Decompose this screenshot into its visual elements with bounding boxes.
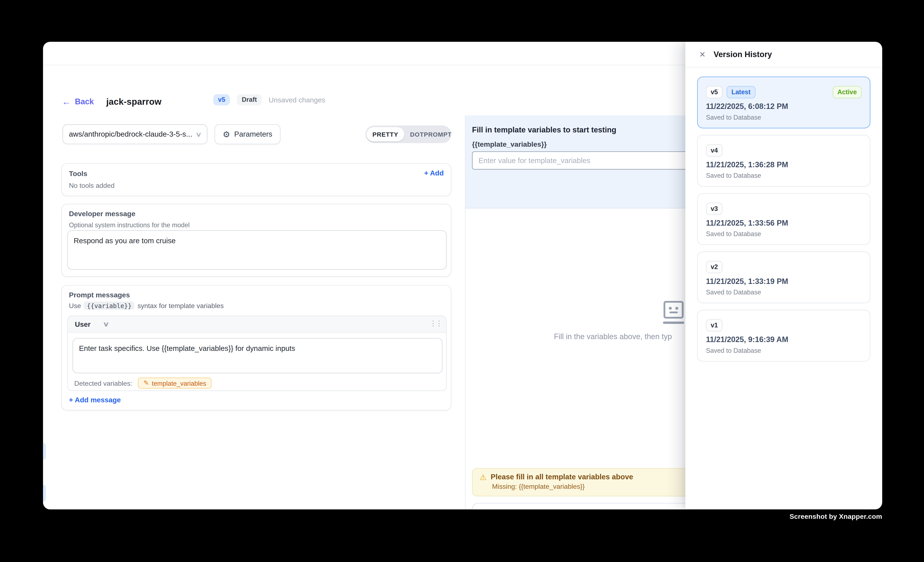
version-id-badge: v2 — [706, 261, 723, 273]
hint-prefix: Use — [69, 302, 81, 309]
developer-message-textarea[interactable]: Respond as you are tom cruise — [67, 230, 447, 270]
chevron-down-icon: ∨ — [195, 130, 202, 138]
variable-code-chip: {{variable}} — [84, 302, 135, 310]
role-value: User — [75, 320, 90, 328]
prompt-messages-card: Prompt messages Use {{variable}} syntax … — [62, 285, 452, 411]
toggle-pretty[interactable]: PRETTY — [366, 127, 404, 141]
role-select[interactable]: User ∨ — [75, 320, 108, 328]
version-timestamp: 11/22/2025, 6:08:12 PM — [706, 102, 788, 111]
version-status: Saved to Database — [706, 114, 761, 121]
version-timestamp: 11/21/2025, 1:33:56 PM — [706, 218, 788, 227]
back-arrow-icon: ← — [62, 97, 71, 106]
version-history-header: × Version History — [686, 42, 882, 67]
message-block: User ∨ ⋮⋮ Enter task specifics. Use {{te… — [67, 315, 447, 391]
drag-handle-icon[interactable]: ⋮⋮ — [430, 319, 441, 327]
version-status: Saved to Database — [706, 230, 761, 237]
close-icon[interactable]: × — [699, 49, 705, 59]
version-id-badge: v3 — [706, 203, 723, 215]
pencil-icon: ✎ — [143, 379, 149, 387]
left-edge-marker — [43, 443, 46, 460]
back-button[interactable]: ← Back — [62, 97, 94, 106]
draft-badge: Draft — [237, 94, 262, 106]
active-badge: Active — [832, 86, 862, 98]
version-card-v5[interactable]: v5 Latest Active 11/22/2025, 6:08:12 PM … — [697, 76, 870, 129]
warning-icon: ⚠ — [480, 473, 487, 481]
unsaved-changes-text: Unsaved changes — [268, 96, 325, 104]
version-timestamp: 11/21/2025, 1:36:28 PM — [706, 160, 788, 169]
version-status: Saved to Database — [706, 347, 761, 354]
variable-syntax-hint: Use {{variable}} syntax for template var… — [69, 302, 224, 310]
version-card-v3[interactable]: v3 11/21/2025, 1:33:56 PM Saved to Datab… — [697, 193, 870, 245]
developer-message-subtitle: Optional system instructions for the mod… — [69, 221, 190, 229]
model-select[interactable]: aws/anthropic/bedrock-claude-3-5-s... ∨ — [62, 124, 207, 144]
version-timestamp: 11/21/2025, 1:33:19 PM — [706, 277, 788, 285]
version-card-v2[interactable]: v2 11/21/2025, 1:33:19 PM Saved to Datab… — [697, 251, 870, 303]
add-message-button[interactable]: + Add message — [69, 396, 121, 404]
back-label: Back — [75, 97, 94, 106]
template-variable-label: {{template_variables}} — [472, 140, 547, 148]
left-edge-marker — [43, 484, 46, 502]
add-tool-button[interactable]: + Add — [424, 169, 444, 177]
toggle-dotprompt[interactable]: DOTPROMPT — [404, 127, 458, 141]
version-history-panel: × Version History v5 Latest Active 11/22… — [686, 42, 882, 509]
prompt-messages-title: Prompt messages — [69, 291, 130, 299]
prompt-header-row: ← Back jack-sparrow v5 Draft Unsaved cha… — [62, 96, 162, 107]
screenshot-stage: ← Back jack-sparrow v5 Draft Unsaved cha… — [0, 0, 924, 562]
gear-icon: ⚙ — [223, 130, 230, 138]
header-badges: v5 Draft Unsaved changes — [213, 94, 325, 106]
detected-variables-label: Detected variables: — [74, 380, 132, 387]
warning-title: Please fill in all template variables ab… — [491, 473, 633, 481]
tools-empty-text: No tools added — [69, 182, 114, 189]
latest-badge: Latest — [727, 86, 755, 98]
template-variable-name: template_variables — [152, 380, 206, 387]
version-status: Saved to Database — [706, 172, 761, 179]
tools-title: Tools — [69, 170, 87, 178]
developer-message-title: Developer message — [69, 210, 135, 218]
version-history-title: Version History — [714, 50, 772, 59]
developer-message-card: Developer message Optional system instru… — [62, 204, 452, 277]
detected-variables-row: Detected variables: ✎ template_variables — [74, 378, 212, 389]
version-card-v4[interactable]: v4 11/21/2025, 1:36:28 PM Saved to Datab… — [697, 135, 870, 187]
version-status: Saved to Database — [706, 288, 761, 296]
parameters-label: Parameters — [234, 130, 272, 138]
tester-title: Fill in template variables to start test… — [472, 126, 616, 134]
watermark-text: Screenshot by Xnapper.com — [790, 513, 882, 520]
version-id-badge: v1 — [706, 319, 723, 331]
page-title: jack-sparrow — [106, 96, 162, 106]
tester-empty-text: Fill in the variables above, then typ — [554, 332, 672, 341]
version-badge: v5 — [213, 94, 230, 106]
hint-suffix: syntax for template variables — [138, 302, 224, 309]
version-id-badge: v5 — [706, 86, 723, 98]
robot-face-icon — [664, 301, 684, 324]
message-textarea[interactable]: Enter task specifics. Use {{template_var… — [72, 338, 442, 373]
model-select-value: aws/anthropic/bedrock-claude-3-5-s... — [69, 130, 196, 138]
version-id-badge: v4 — [706, 144, 723, 156]
version-card-v1[interactable]: v1 11/21/2025, 9:16:39 AM Saved to Datab… — [697, 310, 870, 362]
parameters-button[interactable]: ⚙ Parameters — [214, 124, 280, 144]
tools-card: Tools + Add No tools added — [62, 163, 452, 196]
version-timestamp: 11/21/2025, 9:16:39 AM — [706, 335, 788, 344]
chevron-down-icon: ∨ — [102, 320, 109, 328]
template-variable-chip[interactable]: ✎ template_variables — [138, 378, 212, 389]
message-header: User ∨ ⋮⋮ — [68, 316, 446, 333]
editor-pane: aws/anthropic/bedrock-claude-3-5-s... ∨ … — [43, 115, 466, 509]
format-toggle: PRETTY DOTPROMPT — [365, 126, 452, 143]
